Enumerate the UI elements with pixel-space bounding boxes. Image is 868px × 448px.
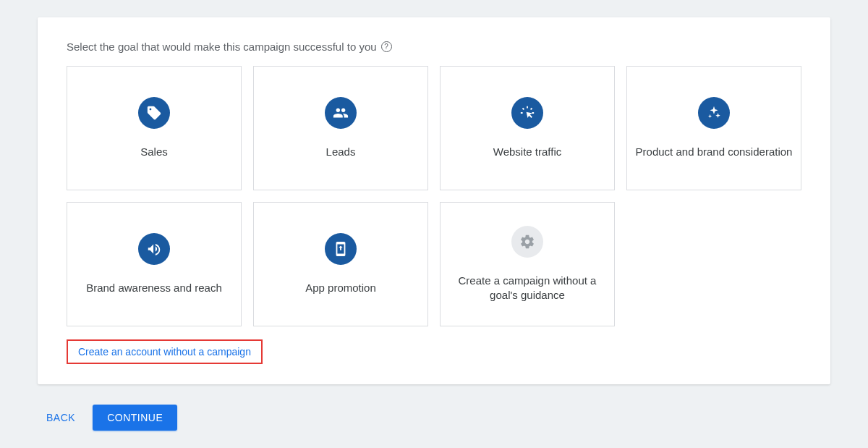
tag-icon (138, 97, 170, 129)
back-button[interactable]: BACK (46, 412, 75, 423)
footer-row: BACK CONTINUE (38, 405, 830, 431)
goal-label: Brand awareness and reach (86, 281, 222, 295)
goal-card-no-goal[interactable]: Create a campaign without a goal's guida… (440, 202, 615, 326)
goal-label: Create a campaign without a goal's guida… (448, 274, 607, 303)
goal-label: Website traffic (493, 145, 561, 159)
goal-label: Leads (326, 145, 356, 159)
prompt-text: Select the goal that would make this cam… (67, 41, 377, 53)
goal-card-leads[interactable]: Leads (253, 66, 428, 190)
create-account-link-highlight: Create an account without a campaign (67, 339, 263, 364)
prompt-row: Select the goal that would make this cam… (67, 41, 801, 53)
goal-panel: Select the goal that would make this cam… (38, 17, 830, 384)
goal-card-sales[interactable]: Sales (67, 66, 242, 190)
sparkle-icon (698, 97, 730, 129)
goal-card-brand-awareness[interactable]: Brand awareness and reach (67, 202, 242, 326)
goal-label: App promotion (305, 281, 376, 295)
create-account-link[interactable]: Create an account without a campaign (78, 346, 251, 358)
gear-icon (511, 226, 543, 258)
continue-button[interactable]: CONTINUE (93, 405, 177, 431)
click-icon (511, 97, 543, 129)
goal-label: Sales (140, 145, 168, 159)
megaphone-icon (138, 233, 170, 265)
goal-label: Product and brand consideration (636, 145, 793, 159)
goal-card-app-promotion[interactable]: App promotion (253, 202, 428, 326)
help-icon[interactable]: ? (381, 41, 392, 52)
goal-card-website-traffic[interactable]: Website traffic (440, 66, 615, 190)
goal-card-brand-consideration[interactable]: Product and brand consideration (626, 66, 801, 190)
goal-grid: Sales Leads Website traffic Product and … (67, 66, 801, 326)
link-row: Create an account without a campaign (67, 339, 801, 364)
people-icon (325, 97, 357, 129)
phone-icon (325, 233, 357, 265)
